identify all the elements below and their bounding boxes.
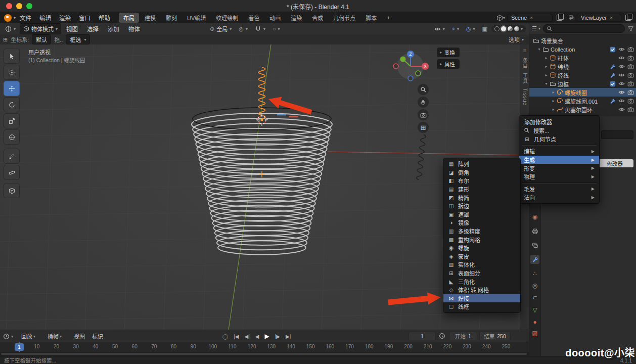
tool-rotate[interactable]	[4, 97, 20, 112]
outliner-row-helix-active[interactable]: ▸ 螺旋线圈	[529, 88, 636, 97]
sidebar-tab-tissue[interactable]: Tissue	[522, 88, 528, 106]
options-dropdown[interactable]: 选项 ▾	[509, 35, 524, 43]
expand-icon[interactable]: ▸	[551, 99, 556, 103]
outliner-row-bezier-circle[interactable]: ▸ 贝塞尔圆环	[529, 105, 636, 114]
menu-add[interactable]: 添加	[104, 23, 123, 34]
navigation-gizmo[interactable]: Z X	[393, 51, 429, 81]
workspace-tab-rendering[interactable]: 渲染	[286, 13, 306, 23]
checkbox-icon[interactable]	[610, 81, 616, 87]
tab-viewlayer[interactable]	[530, 241, 539, 250]
viewlayer-icon[interactable]	[568, 15, 575, 21]
menu-render[interactable]: 渲染	[55, 12, 75, 23]
expand-icon[interactable]: ▸	[543, 56, 549, 60]
orthographic-toggle-button[interactable]: ⊞	[418, 122, 429, 133]
outliner-search-input[interactable]	[543, 24, 625, 33]
blender-logo-icon[interactable]	[4, 14, 12, 22]
shading-dropdown-arrow[interactable]: ▾	[521, 27, 523, 31]
render-camera-icon[interactable]	[627, 98, 634, 104]
submenu-item-remesh[interactable]: ▩重构网格	[443, 235, 520, 244]
tool-add-cube[interactable]	[4, 183, 20, 198]
modifier-wrench-icon[interactable]	[610, 98, 616, 104]
submenu-item-mask[interactable]: ▣遮罩	[443, 210, 520, 219]
expand-icon[interactable]: ▸	[543, 64, 549, 69]
menu-item-physics[interactable]: 物理▶	[519, 172, 599, 181]
render-camera-icon[interactable]	[627, 106, 634, 113]
expand-icon[interactable]: ▸	[551, 107, 556, 112]
timeline-menu-view[interactable]: 视图	[74, 330, 85, 342]
tab-particles[interactable]: ∴	[530, 269, 539, 278]
expand-icon[interactable]: ▾	[536, 47, 542, 52]
filter-icon[interactable]	[627, 25, 634, 32]
outliner-row-warp[interactable]: ▸ 经线	[529, 71, 636, 79]
hide-eye-icon[interactable]	[618, 80, 625, 87]
mode-dropdown[interactable]: 物体模式 ▾	[20, 23, 61, 34]
hide-eye-icon[interactable]	[618, 98, 625, 104]
submenu-item-edge-split[interactable]: ◫拆边	[443, 202, 520, 210]
tab-texture[interactable]: ▨	[530, 329, 539, 338]
use-preview-range-icon[interactable]	[439, 333, 445, 339]
checkbox-icon[interactable]	[610, 47, 616, 53]
menu-item-hair[interactable]: 毛发▶	[519, 185, 599, 194]
jump-to-end-button[interactable]: ▶|	[286, 334, 291, 339]
submenu-item-screw[interactable]: ◉螺旋	[443, 244, 520, 252]
menu-view[interactable]: 视图	[62, 23, 82, 34]
scene-unlink-icon[interactable]: ×	[530, 15, 533, 21]
menu-item-generate[interactable]: 生成▶	[519, 156, 599, 164]
expand-icon[interactable]: ▸	[543, 73, 549, 77]
tab-output[interactable]	[530, 226, 539, 236]
transform-orientation-dropdown[interactable]: ⊕ 全局 ▾	[207, 24, 235, 34]
submenu-item-volume-to-mesh[interactable]: ◇体积 转 网格	[443, 286, 520, 294]
menu-select[interactable]: 选择	[83, 23, 103, 34]
shading-rendered-icon[interactable]	[514, 26, 519, 31]
shading-wireframe-icon[interactable]	[494, 26, 499, 31]
timeline-editor-type-button[interactable]: ▾	[3, 330, 13, 342]
submenu-item-multires[interactable]: ▥多级精度	[443, 227, 520, 236]
outliner-row-scene-collection[interactable]: 场景集合	[529, 36, 636, 45]
menu-item-search[interactable]: 搜索...	[519, 126, 599, 135]
playhead-badge[interactable]: 1	[15, 343, 24, 351]
menu-object[interactable]: 物体	[124, 23, 144, 34]
menu-help[interactable]: 帮助	[95, 12, 114, 23]
workspace-tab-shading[interactable]: 着色	[244, 13, 264, 23]
tab-object-data[interactable]: ▽	[530, 305, 539, 314]
timeline-menu-marker[interactable]: 标记	[92, 330, 103, 342]
submenu-item-array[interactable]: ▦阵列	[443, 160, 520, 168]
hide-eye-icon[interactable]	[618, 46, 625, 53]
frame-start-field[interactable]: 开始 1	[449, 332, 477, 340]
tool-move[interactable]	[4, 81, 20, 96]
hide-eye-icon[interactable]	[618, 72, 625, 78]
outliner-editor-type-button[interactable]: ☰▾	[532, 25, 540, 32]
timeline-scrollbar[interactable]	[0, 352, 529, 356]
gizmo-negx-axis[interactable]	[393, 64, 398, 69]
render-camera-icon[interactable]	[627, 80, 634, 87]
viewlayer-field[interactable]: ViewLayer ×	[577, 14, 621, 22]
hide-eye-icon[interactable]	[618, 55, 625, 61]
workspace-tab-compositing[interactable]: 合成	[307, 13, 328, 23]
submenu-item-weld[interactable]: ⋈焊接	[443, 294, 520, 303]
workspace-tab-uv[interactable]: UV编辑	[183, 13, 210, 23]
modifier-search-field-partial[interactable]	[601, 130, 633, 139]
sidebar-tab-tool[interactable]: 工具	[521, 73, 529, 84]
submenu-item-wireframe[interactable]: ▢线框	[443, 302, 520, 311]
menu-file[interactable]: 文件	[16, 12, 35, 23]
workspace-tab-animation[interactable]: 动画	[265, 13, 285, 23]
modifier-wrench-icon[interactable]	[610, 72, 616, 78]
maximize-window-button[interactable]	[26, 3, 32, 9]
menu-item-normals[interactable]: 法向▶	[519, 193, 599, 202]
proportional-edit-toggle[interactable]: ○▾	[269, 25, 283, 33]
sidebar-strip-icon[interactable]: ≡	[523, 48, 526, 54]
drag-setting-dropdown[interactable]: 框选 ▾	[66, 34, 90, 44]
expand-icon[interactable]: ▸	[551, 90, 556, 95]
tool-cursor[interactable]	[4, 65, 20, 80]
orientation-setting-dropdown[interactable]: 默认	[32, 34, 51, 44]
timeline-menu-playback[interactable]: 回放▾	[21, 330, 35, 342]
gizmo-negz-axis[interactable]	[408, 76, 413, 81]
frame-end-field[interactable]: 结束 250	[479, 332, 511, 340]
hide-eye-icon[interactable]	[618, 63, 625, 70]
modifier-wrench-icon[interactable]	[610, 64, 616, 70]
viewlayer-unlink-icon[interactable]: ×	[610, 15, 613, 21]
submenu-item-build[interactable]: ▤建形	[443, 185, 520, 194]
tool-scale[interactable]	[4, 113, 20, 128]
timeline-menu-keying[interactable]: 插帧▾	[48, 330, 62, 342]
jump-to-start-button[interactable]: |◀	[234, 334, 239, 339]
